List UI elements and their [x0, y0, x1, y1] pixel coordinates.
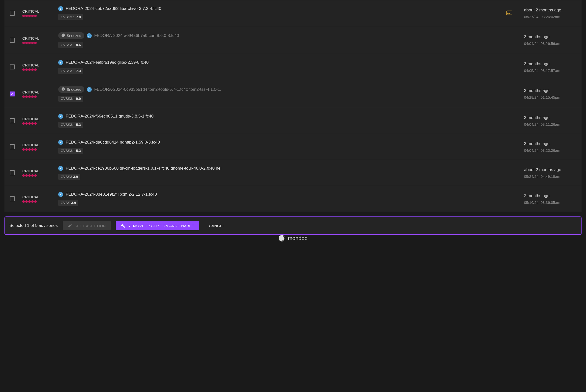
- cvss-score: 7.3: [76, 69, 80, 73]
- severity-label: CRITICAL: [22, 195, 58, 199]
- remove-exception-button[interactable]: REMOVE EXCEPTION AND ENABLE: [116, 221, 199, 230]
- time-absolute: 04/04/24, 08:11:26am: [524, 122, 576, 126]
- advisory-checkbox[interactable]: [10, 196, 15, 201]
- advisory-title[interactable]: FEDORA-2024-0c9d3b51d4 tpm2-tools-5.7-1.…: [94, 87, 221, 92]
- time-absolute: 05/27/24, 03:26:02am: [524, 15, 576, 19]
- severity-dots: [22, 174, 58, 177]
- advisory-title[interactable]: FEDORA-2024-a09456b7a9 curl-8.6.0-8.fc40: [94, 33, 179, 38]
- advisory-row[interactable]: CRITICALFEDORA-2024-cbb72aad83 libarchiv…: [4, 0, 582, 26]
- time-absolute: 04/28/24, 01:15:45pm: [524, 95, 576, 100]
- advisory-title-line: FEDORA-2024-eafbf519ec glibc-2.39-8.fc40: [58, 60, 494, 65]
- advisory-title-line: FEDORA-2024-08e01e9f2f libxml2-2.12.7-1.…: [58, 192, 494, 197]
- advisory-row[interactable]: CRITICALFEDORA-2024-eafbf519ec glibc-2.3…: [4, 54, 582, 80]
- cvss-badge: CVSS3.1 5.3: [58, 148, 83, 154]
- cvss-score: 7.8: [76, 15, 80, 19]
- svg-point-3: [280, 236, 284, 240]
- cvss-badge: CVSS 3.9: [58, 200, 78, 206]
- severity-cell: CRITICAL: [22, 9, 58, 17]
- advisory-row[interactable]: CRITICALFEDORA-2024-f69ecb0511 gnutls-3.…: [4, 108, 582, 134]
- time-cell: 3 months ago04/05/24, 03:17:57am: [524, 62, 576, 73]
- advisory-row[interactable]: CRITICALSnoozedFEDORA-2024-0c9d3b51d4 tp…: [4, 80, 582, 108]
- cvss-score: 5.3: [76, 149, 80, 153]
- cvss-score: 3.9: [71, 201, 76, 205]
- time-absolute: 04/04/24, 03:26:56am: [524, 42, 576, 46]
- fedora-icon: [58, 192, 63, 197]
- advisory-content: FEDORA-2024-08e01e9f2f libxml2-2.12.7-1.…: [58, 192, 494, 206]
- advisory-checkbox[interactable]: [10, 118, 15, 123]
- remediation-shell-icon[interactable]: [506, 10, 512, 16]
- fedora-icon: [87, 87, 92, 92]
- advisory-checkbox[interactable]: [10, 170, 15, 175]
- advisory-row[interactable]: CRITICALFEDORA-2024-ce2936b568 glycin-lo…: [4, 160, 582, 186]
- severity-dots: [22, 68, 58, 71]
- cvss-score: 3.9: [73, 175, 78, 179]
- severity-cell: CRITICAL: [22, 36, 58, 44]
- cvss-score: 5.3: [76, 123, 80, 127]
- fedora-icon: [87, 33, 92, 38]
- time-cell: 2 months ago05/16/24, 03:36:05am: [524, 194, 576, 204]
- time-cell: 3 months ago04/04/24, 03:26:56am: [524, 34, 576, 46]
- severity-cell: CRITICAL: [22, 169, 58, 177]
- advisory-content: FEDORA-2024-eafbf519ec glibc-2.39-8.fc40…: [58, 60, 494, 74]
- advisory-checkbox[interactable]: [10, 92, 15, 96]
- time-cell: about 2 months ago05/27/24, 03:26:02am: [524, 8, 576, 19]
- time-cell: 3 months ago04/28/24, 01:15:45pm: [524, 88, 576, 100]
- fedora-icon: [58, 6, 63, 11]
- cvss-badge: CVSS3.1 7.8: [58, 14, 83, 20]
- advisory-title[interactable]: FEDORA-2024-ce2936b568 glycin-loaders-1.…: [66, 166, 221, 171]
- severity-dots: [22, 122, 58, 125]
- tools-icon: [121, 224, 125, 228]
- advisory-row[interactable]: CRITICALFEDORA-2024-08e01e9f2f libxml2-2…: [4, 186, 582, 212]
- time-absolute: 04/04/24, 03:23:26am: [524, 148, 576, 152]
- severity-label: CRITICAL: [22, 169, 58, 173]
- advisory-title[interactable]: FEDORA-2024-f69ecb0511 gnutls-3.8.5-1.fc…: [66, 114, 153, 119]
- advisory-title[interactable]: FEDORA-2024-cbb72aad83 libarchive-3.7.2-…: [66, 6, 161, 11]
- advisory-content: FEDORA-2024-ce2936b568 glycin-loaders-1.…: [58, 166, 494, 180]
- advisory-checkbox[interactable]: [10, 64, 15, 70]
- fedora-icon: [58, 140, 63, 145]
- advisory-title-line: SnoozedFEDORA-2024-0c9d3b51d4 tpm2-tools…: [58, 86, 494, 93]
- advisory-title[interactable]: FEDORA-2024-eafbf519ec glibc-2.39-8.fc40: [66, 60, 149, 65]
- severity-cell: CRITICAL: [22, 63, 58, 71]
- advisory-content: SnoozedFEDORA-2024-a09456b7a9 curl-8.6.0…: [58, 32, 494, 48]
- footer-logo: mondoo: [0, 235, 586, 244]
- time-relative: 3 months ago: [524, 141, 576, 146]
- selection-action-bar: Selected 1 of 9 advisories SET EXCEPTION…: [4, 216, 582, 235]
- time-relative: 3 months ago: [524, 88, 576, 93]
- advisory-title-line: FEDORA-2024-cbb72aad83 libarchive-3.7.2-…: [58, 6, 494, 11]
- advisory-title[interactable]: FEDORA-2024-08e01e9f2f libxml2-2.12.7-1.…: [66, 192, 157, 197]
- advisory-content: FEDORA-2024-f69ecb0511 gnutls-3.8.5-1.fc…: [58, 114, 494, 128]
- cvss-score: 9.0: [76, 97, 80, 101]
- snooze-icon: [61, 33, 65, 38]
- advisory-row[interactable]: CRITICALSnoozedFEDORA-2024-a09456b7a9 cu…: [4, 26, 582, 54]
- severity-label: CRITICAL: [22, 36, 58, 40]
- severity-label: CRITICAL: [22, 117, 58, 121]
- cancel-button[interactable]: CANCEL: [204, 221, 230, 230]
- time-relative: 3 months ago: [524, 62, 576, 66]
- time-relative: about 2 months ago: [524, 167, 576, 172]
- advisory-checkbox[interactable]: [10, 11, 15, 16]
- advisory-list: CRITICALFEDORA-2024-cbb72aad83 libarchiv…: [4, 0, 582, 212]
- severity-cell: CRITICAL: [22, 195, 58, 203]
- advisory-checkbox[interactable]: [10, 38, 15, 43]
- time-relative: 3 months ago: [524, 34, 576, 40]
- cvss-score: 8.6: [76, 43, 80, 47]
- snooze-icon: [61, 87, 65, 92]
- cvss-badge: CVSS3.1 9.0: [58, 96, 83, 102]
- advisory-row[interactable]: CRITICALFEDORA-2024-da8cdd8414 nghttp2-1…: [4, 134, 582, 160]
- cvss-badge: CVSS3.1 8.6: [58, 42, 83, 48]
- snoozed-badge: Snoozed: [58, 86, 84, 93]
- advisory-content: FEDORA-2024-cbb72aad83 libarchive-3.7.2-…: [58, 6, 494, 20]
- set-exception-button[interactable]: SET EXCEPTION: [63, 221, 111, 230]
- time-cell: about 2 months ago05/24/24, 04:49:18am: [524, 167, 576, 178]
- fedora-icon: [58, 114, 63, 119]
- advisory-checkbox[interactable]: [10, 144, 15, 149]
- fedora-icon: [58, 60, 63, 65]
- severity-cell: CRITICAL: [22, 90, 58, 98]
- severity-label: CRITICAL: [22, 90, 58, 94]
- fedora-icon: [58, 166, 63, 171]
- footer-brand-text: mondoo: [288, 235, 308, 242]
- advisory-title-line: SnoozedFEDORA-2024-a09456b7a9 curl-8.6.0…: [58, 32, 494, 39]
- time-relative: 2 months ago: [524, 194, 576, 198]
- advisory-title[interactable]: FEDORA-2024-da8cdd8414 nghttp2-1.59.0-3.…: [66, 140, 160, 145]
